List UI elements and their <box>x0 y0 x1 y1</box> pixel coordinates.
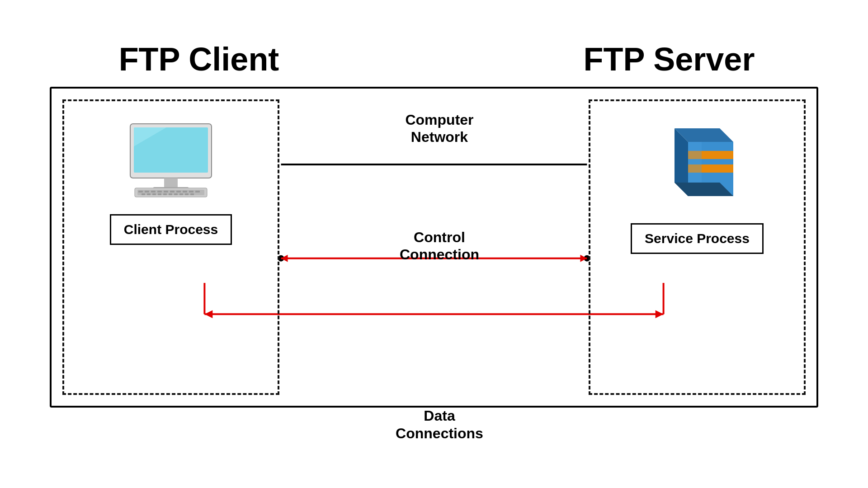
svg-rect-37 <box>190 193 194 195</box>
svg-rect-28 <box>142 193 145 195</box>
computer-icon <box>121 119 221 201</box>
server-tower-icon <box>661 119 733 210</box>
svg-rect-31 <box>158 193 161 195</box>
svg-rect-25 <box>183 191 187 192</box>
svg-rect-19 <box>145 191 149 192</box>
svg-rect-32 <box>163 193 167 195</box>
data-connections-text: DataConnections <box>396 408 483 441</box>
svg-rect-14 <box>164 178 178 188</box>
client-process-label: Client Process <box>124 222 218 237</box>
data-connections-label: DataConnections <box>396 407 483 442</box>
service-process-label: Service Process <box>645 231 750 246</box>
service-process-box: Service Process <box>631 223 764 254</box>
control-connection-label: ControlConnection <box>400 229 479 263</box>
svg-rect-20 <box>151 191 156 192</box>
svg-rect-23 <box>170 191 175 192</box>
client-dashed-box: Client Process <box>62 99 279 395</box>
main-box: Client Process ComputerNetwork ControlCo… <box>50 87 818 408</box>
svg-rect-24 <box>176 191 181 192</box>
svg-rect-21 <box>157 191 162 192</box>
svg-rect-27 <box>195 191 200 192</box>
svg-rect-29 <box>147 193 151 195</box>
server-dashed-box: Service Process <box>589 99 806 395</box>
network-label: ComputerNetwork <box>405 111 473 146</box>
ftp-client-title: FTP Client <box>86 41 312 78</box>
svg-rect-36 <box>185 193 189 195</box>
ftp-server-title: FTP Server <box>556 41 782 78</box>
svg-rect-35 <box>179 193 183 195</box>
client-process-box: Client Process <box>110 214 232 245</box>
svg-rect-22 <box>164 191 168 192</box>
diagram-container: FTP Client FTP Server <box>50 41 818 447</box>
computer-network-text: ComputerNetwork <box>405 112 473 145</box>
titles-row: FTP Client FTP Server <box>50 41 818 78</box>
svg-rect-18 <box>138 191 143 192</box>
svg-rect-34 <box>174 193 178 195</box>
svg-rect-30 <box>152 193 156 195</box>
svg-marker-4 <box>281 255 288 262</box>
svg-rect-26 <box>189 191 193 192</box>
middle-area: ComputerNetwork ControlConnection DataCo… <box>290 89 589 406</box>
control-connection-text: ControlConnection <box>400 229 479 263</box>
svg-rect-33 <box>169 193 172 195</box>
